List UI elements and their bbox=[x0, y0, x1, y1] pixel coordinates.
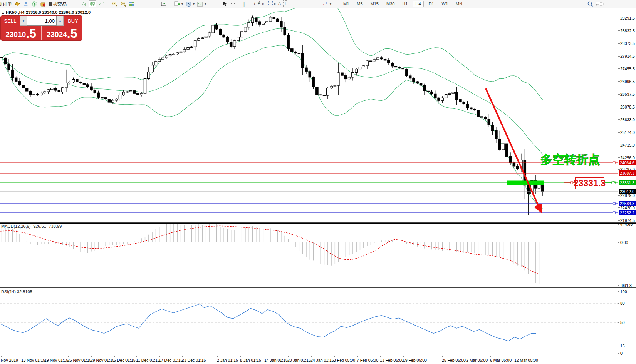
candlestick bbox=[173, 54, 175, 55]
line-anchor-handle[interactable] bbox=[613, 202, 615, 205]
timeframe-button-h4[interactable]: H4 bbox=[413, 1, 423, 7]
search-icon[interactable] bbox=[587, 1, 593, 7]
new-chart-icon[interactable] bbox=[174, 1, 180, 7]
candlestick bbox=[298, 53, 300, 54]
new-order-button[interactable]: 新订单 bbox=[0, 1, 12, 7]
text-tool-icon[interactable]: A bbox=[278, 1, 281, 7]
lot-size-input[interactable] bbox=[27, 16, 57, 26]
chat-icon[interactable] bbox=[596, 1, 604, 7]
candlestick bbox=[223, 35, 225, 37]
zoom-out-icon[interactable] bbox=[120, 1, 126, 7]
trendline-tool-icon[interactable]: / bbox=[254, 1, 255, 7]
candlestick-mode-icon[interactable] bbox=[89, 0, 96, 7]
cursor-icon[interactable] bbox=[222, 1, 228, 7]
candlestick bbox=[22, 85, 25, 88]
candlestick bbox=[144, 79, 146, 94]
candlestick bbox=[463, 102, 465, 104]
tag-anchor-handle[interactable] bbox=[612, 182, 614, 184]
timeframe-button-m15[interactable]: M15 bbox=[368, 1, 381, 7]
candlestick bbox=[205, 36, 207, 38]
date-axis-label: 13 Feb 05:00 bbox=[380, 358, 404, 362]
sell-price[interactable]: 23010.5 bbox=[1, 26, 41, 40]
template-caret[interactable]: ▾ bbox=[205, 2, 206, 6]
candlestick bbox=[352, 72, 354, 77]
rsi-axis-label: 100 bbox=[620, 289, 627, 294]
market-icon[interactable] bbox=[14, 1, 20, 7]
line-chart-mode-icon[interactable] bbox=[98, 1, 104, 7]
candlestick bbox=[86, 85, 89, 87]
date-axis-label: 23 Dec 01:15 bbox=[182, 358, 206, 362]
bar-chart-mode-icon[interactable] bbox=[81, 1, 87, 7]
candlestick bbox=[169, 55, 171, 56]
candlestick bbox=[180, 52, 182, 53]
price-line-tag-text: 24064.6 bbox=[620, 160, 634, 165]
support-highlight-bar[interactable] bbox=[507, 181, 544, 185]
candlestick bbox=[477, 110, 480, 117]
candlestick bbox=[18, 81, 21, 85]
chart-shift-icon[interactable] bbox=[160, 1, 166, 7]
price-line-tag-text: 22252.2 bbox=[620, 210, 634, 215]
horizontal-line-tool-icon[interactable]: — bbox=[247, 1, 252, 7]
tag-anchor-handle[interactable] bbox=[571, 182, 573, 184]
template-icon[interactable] bbox=[197, 1, 203, 7]
turning-point-annotation[interactable]: 多空转折点 bbox=[540, 153, 600, 166]
zoom-in-icon[interactable] bbox=[112, 1, 118, 7]
line-anchor-handle[interactable] bbox=[613, 212, 615, 214]
channel-tool-icon[interactable]: ≢E bbox=[257, 0, 264, 8]
chart-canvas[interactable]: 多空转折点23331.329291.528832.528373.527914.5… bbox=[0, 8, 636, 364]
crosshair-icon[interactable] bbox=[230, 1, 236, 7]
sell-button[interactable]: SELL bbox=[1, 16, 20, 26]
autotrading-icon[interactable] bbox=[40, 1, 46, 7]
tile-windows-icon[interactable] bbox=[129, 1, 135, 7]
candlestick bbox=[484, 117, 487, 119]
text-label-tool-icon[interactable]: T bbox=[283, 0, 287, 7]
price-axis-label: 28832.5 bbox=[620, 28, 635, 33]
candlestick bbox=[362, 66, 365, 67]
timeframe-button-m5[interactable]: M5 bbox=[354, 1, 365, 7]
arrows-tool-caret[interactable]: ▾ bbox=[330, 2, 331, 6]
timeframe-button-m30[interactable]: M30 bbox=[384, 1, 397, 7]
lot-increase-button[interactable]: ▲ bbox=[57, 16, 64, 26]
candlestick bbox=[33, 94, 35, 95]
timeframe-toolbar: M1M5M15M30H1H4D1W1MN bbox=[341, 0, 465, 8]
timeframe-button-mn[interactable]: MN bbox=[453, 1, 465, 7]
new-chart-caret[interactable]: ▾ bbox=[181, 2, 183, 6]
one-click-trading-panel: SELL ▼ ▲ BUY 23010.5 23024.5 bbox=[1, 16, 82, 40]
candlestick bbox=[488, 119, 490, 125]
candlestick bbox=[90, 87, 93, 90]
autotrading-button[interactable]: 自动交易 bbox=[48, 1, 67, 7]
candlestick bbox=[284, 27, 286, 35]
candlestick bbox=[305, 68, 308, 72]
price-line-tag-text: 23687.3 bbox=[620, 171, 634, 175]
arrows-tool-icon[interactable] bbox=[322, 1, 328, 7]
line-anchor-handle[interactable] bbox=[613, 162, 615, 164]
timeframe-button-w1[interactable]: W1 bbox=[439, 1, 451, 7]
timeframe-button-h1[interactable]: H1 bbox=[399, 1, 410, 7]
candlestick bbox=[0, 57, 3, 58]
price-axis-label: 28373.5 bbox=[620, 41, 635, 46]
period-caret[interactable]: ▾ bbox=[193, 2, 195, 6]
signals-icon[interactable] bbox=[31, 1, 37, 7]
buy-price[interactable]: 23024.5 bbox=[42, 26, 82, 40]
timeframe-button-d1[interactable]: D1 bbox=[426, 1, 437, 7]
vertical-line-tool-icon[interactable]: | bbox=[243, 1, 245, 7]
date-axis-label: Nov 2019 bbox=[1, 358, 18, 362]
candlestick bbox=[212, 25, 215, 33]
buy-button[interactable]: BUY bbox=[64, 16, 82, 26]
candlestick bbox=[258, 22, 261, 24]
lot-decrease-button[interactable]: ▼ bbox=[20, 16, 27, 26]
candlestick bbox=[495, 130, 498, 139]
macd-axis-label: 444.65 bbox=[620, 222, 633, 227]
chart-area[interactable]: 多空转折点23331.329291.528832.528373.527914.5… bbox=[0, 8, 636, 364]
candlestick bbox=[76, 79, 79, 82]
period-clock-icon[interactable] bbox=[185, 1, 191, 7]
candlestick bbox=[65, 83, 68, 88]
candlestick bbox=[126, 92, 129, 92]
community-icon[interactable] bbox=[23, 1, 29, 7]
fibonacci-tool-icon[interactable]: ⋮⋮F bbox=[266, 0, 275, 8]
candlestick bbox=[69, 82, 71, 83]
candlestick bbox=[480, 117, 483, 117]
candlestick bbox=[244, 27, 247, 32]
timeframe-button-m1[interactable]: M1 bbox=[341, 1, 352, 7]
candlestick bbox=[230, 42, 232, 47]
